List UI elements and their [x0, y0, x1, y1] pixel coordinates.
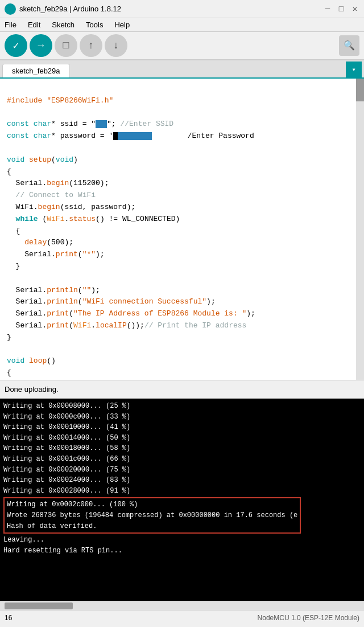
new-button[interactable]: □ [55, 34, 77, 57]
console-line: Writing at 0x0001c000... (66 %) [3, 454, 361, 465]
console-highlight-line: Hash of data verified. [7, 521, 297, 532]
maximize-button[interactable]: □ [337, 5, 346, 14]
console-line: Writing at 0x00008000... (25 %) [3, 401, 361, 412]
console-line: Writing at 0x00020000... (75 %) [3, 465, 361, 476]
horizontal-scroll-thumb[interactable] [5, 603, 73, 609]
toolbar: ✓ → □ ↑ ↓ 🔍 [0, 32, 364, 60]
console-line: Writing at 0x00028000... (91 %) [3, 486, 361, 497]
tab-sketch[interactable]: sketch_feb29a [2, 64, 70, 77]
menu-edit[interactable]: Edit [26, 19, 43, 30]
status-bar: Done uploading. [0, 380, 364, 399]
scrollbar-thumb[interactable] [356, 79, 364, 101]
window-controls: ─ □ ✕ [323, 5, 359, 14]
app-icon [5, 3, 16, 15]
board-info: NodeMCU 1.0 (ESP-12E Module) [258, 614, 359, 622]
console-line: Writing at 0x00024000... (83 %) [3, 475, 361, 486]
minimize-button[interactable]: ─ [323, 5, 332, 14]
code-editor[interactable]: #include "ESP8266WiFi.h" const char* ssi… [0, 79, 364, 380]
console-line: Hard resetting via RTS pin... [3, 546, 361, 556]
console-line: Writing at 0x0000c000... (33 %) [3, 412, 361, 423]
console-line: Leaving... [3, 535, 361, 546]
horizontal-scrollbar[interactable] [0, 601, 364, 610]
tab-bar: sketch_feb29a ▾ [0, 60, 364, 79]
save-button[interactable]: ↓ [105, 34, 127, 57]
code-content: #include "ESP8266WiFi.h" const char* ssi… [0, 79, 364, 380]
menu-sketch[interactable]: Sketch [49, 19, 77, 30]
console-line: Writing at 0x00018000... (58 %) [3, 443, 361, 454]
console-highlight-line: Wrote 268736 bytes (196484 compressed) a… [7, 510, 297, 521]
console-highlight-line: Writing at 0x0002c000... (100 %) [7, 499, 297, 510]
line-number: 16 [5, 614, 12, 622]
window-title: sketch_feb29a | Arduino 1.8.12 [19, 5, 323, 13]
verify-button[interactable]: ✓ [5, 34, 27, 57]
menu-bar: File Edit Sketch Tools Help [0, 18, 364, 32]
menu-tools[interactable]: Tools [84, 19, 105, 30]
menu-file[interactable]: File [2, 19, 19, 30]
code-scrollbar[interactable] [356, 79, 364, 380]
console-line: Writing at 0x00014000... (50 %) [3, 433, 361, 444]
open-button[interactable]: ↑ [80, 34, 102, 57]
status-text: Done uploading. [5, 385, 59, 394]
title-bar: sketch_feb29a | Arduino 1.8.12 ─ □ ✕ [0, 0, 364, 18]
close-button[interactable]: ✕ [350, 5, 359, 14]
upload-button[interactable]: → [30, 34, 52, 57]
console-highlighted-block: Writing at 0x0002c000... (100 %) Wrote 2… [3, 497, 301, 534]
serial-monitor-button[interactable]: 🔍 [339, 35, 359, 56]
console-line: Writing at 0x00010000... (41 %) [3, 422, 361, 433]
menu-help[interactable]: Help [112, 19, 132, 30]
console-output[interactable]: Writing at 0x00008000... (25 %) Writing … [0, 399, 364, 601]
bottom-status-bar: 16 NodeMCU 1.0 (ESP-12E Module) [0, 610, 364, 625]
tab-dropdown-button[interactable]: ▾ [346, 62, 362, 77]
